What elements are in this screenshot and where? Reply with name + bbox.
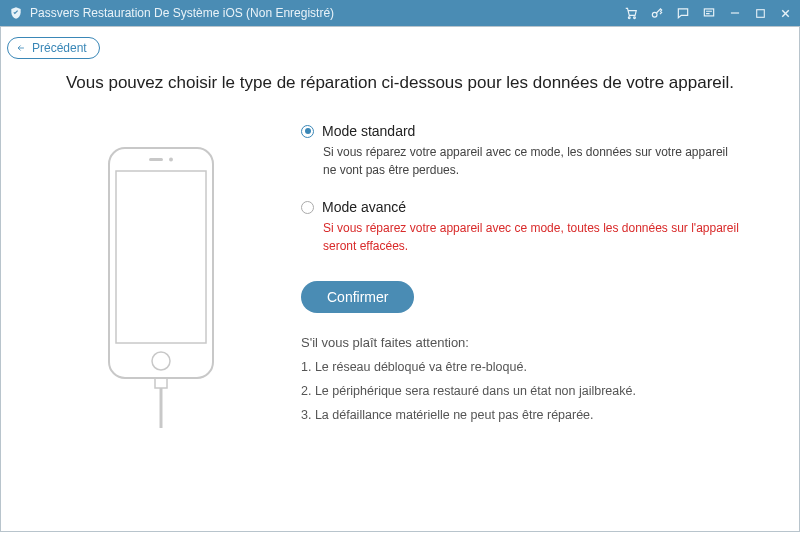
option-advanced-row[interactable]: Mode avancé bbox=[301, 199, 749, 215]
back-button[interactable]: Précédent bbox=[7, 37, 100, 59]
back-label: Précédent bbox=[32, 41, 87, 55]
phone-icon bbox=[91, 143, 231, 433]
cart-icon[interactable] bbox=[624, 6, 638, 20]
chat-icon[interactable] bbox=[676, 6, 690, 20]
content-area: Précédent Vous pouvez choisir le type de… bbox=[0, 26, 800, 532]
svg-rect-11 bbox=[149, 158, 163, 161]
key-icon[interactable] bbox=[650, 6, 664, 20]
window-controls bbox=[624, 6, 792, 20]
attention-item-3: 3. La défaillance matérielle ne peut pas… bbox=[301, 408, 749, 422]
main-content: Mode standard Si vous réparez votre appa… bbox=[1, 93, 799, 433]
svg-rect-5 bbox=[757, 9, 765, 17]
option-advanced-label: Mode avancé bbox=[322, 199, 406, 215]
option-standard-row[interactable]: Mode standard bbox=[301, 123, 749, 139]
app-shield-icon bbox=[8, 5, 24, 21]
arrow-left-icon bbox=[14, 43, 28, 53]
options-column: Mode standard Si vous réparez votre appa… bbox=[301, 123, 749, 433]
page-heading: Vous pouvez choisir le type de réparatio… bbox=[1, 27, 799, 93]
radio-standard[interactable] bbox=[301, 125, 314, 138]
svg-rect-9 bbox=[116, 171, 206, 343]
window-title: Passvers Restauration De Système iOS (No… bbox=[30, 6, 624, 20]
svg-point-10 bbox=[152, 352, 170, 370]
attention-item-1: 1. Le réseau débloqué va être re-bloqué. bbox=[301, 360, 749, 374]
option-standard-desc: Si vous réparez votre appareil avec ce m… bbox=[323, 143, 743, 179]
option-standard-label: Mode standard bbox=[322, 123, 415, 139]
svg-point-1 bbox=[634, 17, 636, 19]
svg-point-12 bbox=[169, 158, 173, 162]
option-standard: Mode standard Si vous réparez votre appa… bbox=[301, 123, 749, 179]
svg-rect-3 bbox=[704, 9, 713, 16]
titlebar: Passvers Restauration De Système iOS (No… bbox=[0, 0, 800, 26]
maximize-icon[interactable] bbox=[754, 7, 767, 20]
option-advanced-desc: Si vous réparez votre appareil avec ce m… bbox=[323, 219, 743, 255]
attention-title: S'il vous plaît faites attention: bbox=[301, 335, 749, 350]
phone-illustration bbox=[61, 123, 261, 433]
svg-rect-13 bbox=[155, 378, 167, 388]
feedback-icon[interactable] bbox=[702, 6, 716, 20]
option-advanced: Mode avancé Si vous réparez votre appare… bbox=[301, 199, 749, 255]
close-icon[interactable] bbox=[779, 7, 792, 20]
minimize-icon[interactable] bbox=[728, 6, 742, 20]
confirm-button[interactable]: Confirmer bbox=[301, 281, 414, 313]
attention-item-2: 2. Le périphérique sera restauré dans un… bbox=[301, 384, 749, 398]
radio-advanced[interactable] bbox=[301, 201, 314, 214]
svg-point-0 bbox=[628, 17, 630, 19]
svg-point-2 bbox=[652, 12, 657, 17]
